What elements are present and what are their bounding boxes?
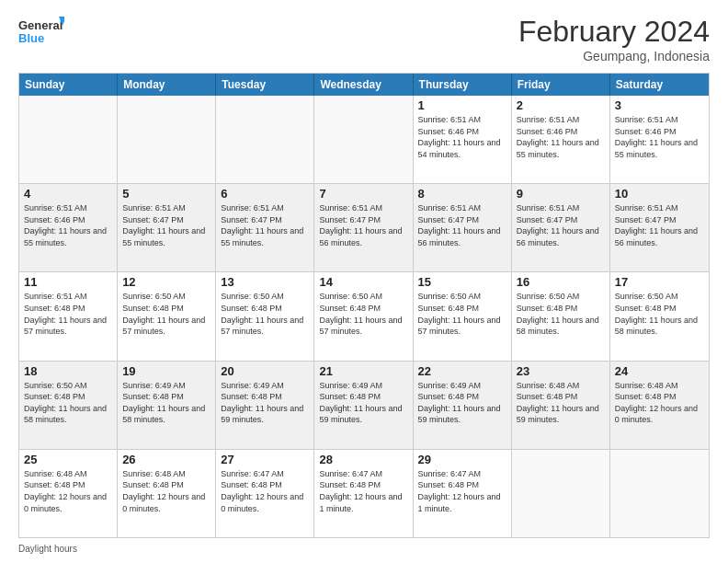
day-cell: 13Sunrise: 6:50 AM Sunset: 6:48 PM Dayli…	[216, 272, 314, 360]
day-cell: 18Sunrise: 6:50 AM Sunset: 6:48 PM Dayli…	[19, 362, 118, 449]
header-day-tuesday: Tuesday	[216, 74, 314, 96]
day-info: Sunrise: 6:50 AM Sunset: 6:48 PM Dayligh…	[122, 291, 210, 337]
day-info: Sunrise: 6:49 AM Sunset: 6:48 PM Dayligh…	[122, 380, 210, 426]
day-cell: 5Sunrise: 6:51 AM Sunset: 6:47 PM Daylig…	[118, 184, 216, 271]
day-info: Sunrise: 6:51 AM Sunset: 6:48 PM Dayligh…	[24, 291, 112, 337]
day-number: 28	[319, 453, 407, 466]
svg-text:Blue: Blue	[18, 31, 44, 45]
day-info: Sunrise: 6:49 AM Sunset: 6:48 PM Dayligh…	[418, 380, 506, 426]
day-cell	[19, 96, 118, 183]
logo: General Blue	[18, 15, 64, 50]
day-info: Sunrise: 6:48 AM Sunset: 6:48 PM Dayligh…	[615, 380, 704, 426]
day-number: 7	[319, 187, 407, 201]
header-day-saturday: Saturday	[610, 74, 709, 96]
day-number: 13	[221, 275, 309, 289]
day-number: 26	[122, 453, 210, 466]
logo-svg: General Blue	[18, 15, 64, 50]
day-number: 16	[517, 275, 605, 289]
day-number: 18	[24, 364, 112, 378]
day-number: 24	[615, 364, 704, 378]
day-number: 1	[418, 98, 506, 112]
day-info: Sunrise: 6:50 AM Sunset: 6:48 PM Dayligh…	[615, 291, 704, 337]
day-number: 15	[418, 275, 506, 289]
day-cell: 17Sunrise: 6:50 AM Sunset: 6:48 PM Dayli…	[610, 272, 709, 360]
day-cell: 6Sunrise: 6:51 AM Sunset: 6:47 PM Daylig…	[216, 184, 314, 271]
day-number: 9	[517, 187, 605, 201]
day-info: Sunrise: 6:48 AM Sunset: 6:48 PM Dayligh…	[517, 380, 605, 426]
day-number: 19	[122, 364, 210, 378]
day-cell: 24Sunrise: 6:48 AM Sunset: 6:48 PM Dayli…	[610, 362, 709, 449]
header-day-sunday: Sunday	[19, 74, 118, 96]
day-info: Sunrise: 6:51 AM Sunset: 6:46 PM Dayligh…	[418, 114, 506, 160]
day-cell: 25Sunrise: 6:48 AM Sunset: 6:48 PM Dayli…	[19, 450, 118, 537]
day-cell: 2Sunrise: 6:51 AM Sunset: 6:46 PM Daylig…	[512, 96, 610, 183]
day-cell: 16Sunrise: 6:50 AM Sunset: 6:48 PM Dayli…	[512, 272, 610, 360]
calendar-body: 1Sunrise: 6:51 AM Sunset: 6:46 PM Daylig…	[19, 96, 709, 537]
month-title: February 2024	[518, 15, 710, 49]
day-cell: 9Sunrise: 6:51 AM Sunset: 6:47 PM Daylig…	[512, 184, 610, 271]
day-info: Sunrise: 6:51 AM Sunset: 6:46 PM Dayligh…	[517, 114, 605, 160]
day-number: 2	[517, 98, 605, 112]
day-info: Sunrise: 6:51 AM Sunset: 6:47 PM Dayligh…	[319, 202, 407, 248]
day-cell: 8Sunrise: 6:51 AM Sunset: 6:47 PM Daylig…	[414, 184, 512, 271]
day-cell: 3Sunrise: 6:51 AM Sunset: 6:46 PM Daylig…	[610, 96, 709, 183]
subtitle: Geumpang, Indonesia	[518, 49, 710, 63]
day-number: 5	[122, 187, 210, 201]
title-area: February 2024 Geumpang, Indonesia	[518, 15, 710, 63]
day-cell: 22Sunrise: 6:49 AM Sunset: 6:48 PM Dayli…	[414, 362, 512, 449]
day-info: Sunrise: 6:50 AM Sunset: 6:48 PM Dayligh…	[418, 291, 506, 337]
day-info: Sunrise: 6:50 AM Sunset: 6:48 PM Dayligh…	[319, 291, 407, 337]
day-number: 8	[418, 187, 506, 201]
day-cell: 7Sunrise: 6:51 AM Sunset: 6:47 PM Daylig…	[314, 184, 413, 271]
week-row-5: 25Sunrise: 6:48 AM Sunset: 6:48 PM Dayli…	[19, 449, 709, 537]
day-cell	[314, 96, 413, 183]
day-number: 27	[221, 453, 309, 466]
day-info: Sunrise: 6:47 AM Sunset: 6:48 PM Dayligh…	[319, 468, 407, 514]
day-info: Sunrise: 6:51 AM Sunset: 6:47 PM Dayligh…	[517, 202, 605, 248]
day-cell	[610, 450, 709, 537]
day-cell	[512, 450, 610, 537]
svg-text:General: General	[18, 18, 63, 32]
day-info: Sunrise: 6:48 AM Sunset: 6:48 PM Dayligh…	[122, 468, 210, 514]
day-cell: 11Sunrise: 6:51 AM Sunset: 6:48 PM Dayli…	[19, 272, 118, 360]
day-cell: 14Sunrise: 6:50 AM Sunset: 6:48 PM Dayli…	[314, 272, 413, 360]
day-number: 25	[24, 453, 112, 466]
day-number: 10	[615, 187, 704, 201]
day-info: Sunrise: 6:51 AM Sunset: 6:47 PM Dayligh…	[221, 202, 309, 248]
day-cell: 1Sunrise: 6:51 AM Sunset: 6:46 PM Daylig…	[414, 96, 512, 183]
day-number: 3	[615, 98, 704, 112]
day-cell: 29Sunrise: 6:47 AM Sunset: 6:48 PM Dayli…	[414, 450, 512, 537]
day-info: Sunrise: 6:49 AM Sunset: 6:48 PM Dayligh…	[221, 380, 309, 426]
day-cell: 21Sunrise: 6:49 AM Sunset: 6:48 PM Dayli…	[314, 362, 413, 449]
day-cell: 19Sunrise: 6:49 AM Sunset: 6:48 PM Dayli…	[118, 362, 216, 449]
day-info: Sunrise: 6:51 AM Sunset: 6:47 PM Dayligh…	[615, 202, 704, 248]
day-cell: 23Sunrise: 6:48 AM Sunset: 6:48 PM Dayli…	[512, 362, 610, 449]
day-cell: 26Sunrise: 6:48 AM Sunset: 6:48 PM Dayli…	[118, 450, 216, 537]
day-number: 29	[418, 453, 506, 466]
day-number: 6	[221, 187, 309, 201]
header-day-monday: Monday	[118, 74, 216, 96]
calendar: SundayMondayTuesdayWednesdayThursdayFrid…	[18, 73, 710, 538]
header-day-wednesday: Wednesday	[314, 74, 413, 96]
day-cell: 12Sunrise: 6:50 AM Sunset: 6:48 PM Dayli…	[118, 272, 216, 360]
page: General Blue February 2024 Geumpang, Ind…	[0, 0, 728, 563]
day-info: Sunrise: 6:48 AM Sunset: 6:48 PM Dayligh…	[24, 468, 112, 514]
day-number: 20	[221, 364, 309, 378]
day-cell	[216, 96, 314, 183]
week-row-1: 1Sunrise: 6:51 AM Sunset: 6:46 PM Daylig…	[19, 96, 709, 183]
day-cell: 4Sunrise: 6:51 AM Sunset: 6:46 PM Daylig…	[19, 184, 118, 271]
day-number: 22	[418, 364, 506, 378]
day-info: Sunrise: 6:50 AM Sunset: 6:48 PM Dayligh…	[24, 380, 112, 426]
day-info: Sunrise: 6:50 AM Sunset: 6:48 PM Dayligh…	[517, 291, 605, 337]
day-info: Sunrise: 6:50 AM Sunset: 6:48 PM Dayligh…	[221, 291, 309, 337]
day-cell: 15Sunrise: 6:50 AM Sunset: 6:48 PM Dayli…	[414, 272, 512, 360]
day-info: Sunrise: 6:47 AM Sunset: 6:48 PM Dayligh…	[418, 468, 506, 514]
day-cell: 28Sunrise: 6:47 AM Sunset: 6:48 PM Dayli…	[314, 450, 413, 537]
day-number: 11	[24, 275, 112, 289]
day-cell	[118, 96, 216, 183]
footer: Daylight hours	[18, 544, 710, 554]
day-info: Sunrise: 6:51 AM Sunset: 6:47 PM Dayligh…	[122, 202, 210, 248]
week-row-4: 18Sunrise: 6:50 AM Sunset: 6:48 PM Dayli…	[19, 361, 709, 449]
day-info: Sunrise: 6:51 AM Sunset: 6:46 PM Dayligh…	[615, 114, 704, 160]
day-info: Sunrise: 6:51 AM Sunset: 6:47 PM Dayligh…	[418, 202, 506, 248]
